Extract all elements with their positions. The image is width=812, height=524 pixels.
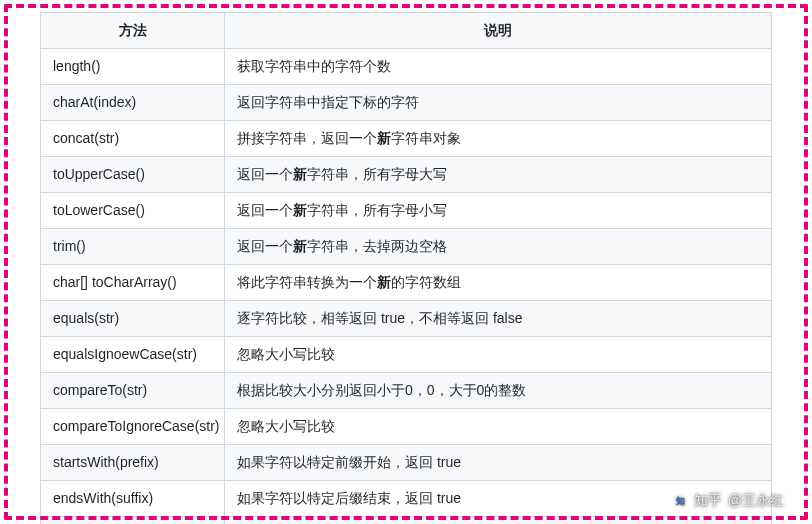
cell-desc: 返回一个新字符串，所有字母大写	[225, 157, 772, 193]
desc-bold: 新	[293, 202, 307, 218]
cell-desc: 返回字符串中指定下标的字符	[225, 85, 772, 121]
table-row: startsWith(prefix)如果字符以特定前缀开始，返回 true	[41, 445, 772, 481]
table-row: charAt(index)返回字符串中指定下标的字符	[41, 85, 772, 121]
header-method: 方法	[41, 13, 225, 49]
table-header-row: 方法 说明	[41, 13, 772, 49]
table-container: 方法 说明 length()获取字符串中的字符个数charAt(index)返回…	[40, 12, 772, 524]
cell-desc: 如果字符以特定前缀开始，返回 true	[225, 445, 772, 481]
cell-method: contains(str)	[41, 517, 225, 525]
table-row: equalsIgnoewCase(str)忽略大小写比较	[41, 337, 772, 373]
cell-desc: 将此字符串转换为一个新的字符数组	[225, 265, 772, 301]
cell-method: toLowerCase()	[41, 193, 225, 229]
desc-bold: 新	[377, 130, 391, 146]
cell-desc: 逐字符比较，相等返回 true，不相等返回 false	[225, 301, 772, 337]
desc-bold: 新	[293, 238, 307, 254]
watermark-author: @王永红	[728, 492, 784, 510]
desc-pre: 将此字符串转换为一个	[237, 274, 377, 290]
desc-bold: 新	[293, 166, 307, 182]
watermark-brand: 知乎	[694, 492, 722, 510]
table-row: compareToIgnoreCase(str)忽略大小写比较	[41, 409, 772, 445]
desc-pre: 返回一个	[237, 202, 293, 218]
desc-pre: 拼接字符串，返回一个	[237, 130, 377, 146]
table-row: char[] toCharArray()将此字符串转换为一个新的字符数组	[41, 265, 772, 301]
cell-desc: 忽略大小写比较	[225, 337, 772, 373]
desc-pre: 返回一个	[237, 238, 293, 254]
table-row: compareTo(str)根据比较大小分别返回小于0，0，大于0的整数	[41, 373, 772, 409]
cell-method: equalsIgnoewCase(str)	[41, 337, 225, 373]
table-row: concat(str)拼接字符串，返回一个新字符串对象	[41, 121, 772, 157]
cell-method: char[] toCharArray()	[41, 265, 225, 301]
cell-method: endsWith(suffix)	[41, 481, 225, 517]
desc-pre: 返回一个	[237, 166, 293, 182]
cell-desc: 返回一个新字符串，去掉两边空格	[225, 229, 772, 265]
string-methods-table: 方法 说明 length()获取字符串中的字符个数charAt(index)返回…	[40, 12, 772, 524]
table-row: toLowerCase()返回一个新字符串，所有字母小写	[41, 193, 772, 229]
cell-method: charAt(index)	[41, 85, 225, 121]
cell-desc: 如果 str 是字符串的子字符串，返回 true	[225, 517, 772, 525]
table-row: trim()返回一个新字符串，去掉两边空格	[41, 229, 772, 265]
cell-desc: 拼接字符串，返回一个新字符串对象	[225, 121, 772, 157]
cell-desc: 返回一个新字符串，所有字母小写	[225, 193, 772, 229]
table-row: length()获取字符串中的字符个数	[41, 49, 772, 85]
cell-desc: 获取字符串中的字符个数	[225, 49, 772, 85]
cell-method: trim()	[41, 229, 225, 265]
table-row: contains(str)如果 str 是字符串的子字符串，返回 true	[41, 517, 772, 525]
cell-method: equals(str)	[41, 301, 225, 337]
desc-post: 的字符数组	[391, 274, 461, 290]
desc-post: 字符串对象	[391, 130, 461, 146]
zhihu-icon: 知	[672, 493, 688, 509]
desc-post: 字符串，所有字母小写	[307, 202, 447, 218]
svg-text:知: 知	[674, 496, 684, 506]
cell-desc: 忽略大小写比较	[225, 409, 772, 445]
cell-method: compareToIgnoreCase(str)	[41, 409, 225, 445]
header-desc: 说明	[225, 13, 772, 49]
cell-method: toUpperCase()	[41, 157, 225, 193]
desc-post: 字符串，去掉两边空格	[307, 238, 447, 254]
cell-method: startsWith(prefix)	[41, 445, 225, 481]
table-row: endsWith(suffix)如果字符以特定后缀结束，返回 true	[41, 481, 772, 517]
cell-desc: 根据比较大小分别返回小于0，0，大于0的整数	[225, 373, 772, 409]
desc-post: 字符串，所有字母大写	[307, 166, 447, 182]
cell-method: concat(str)	[41, 121, 225, 157]
table-row: equals(str)逐字符比较，相等返回 true，不相等返回 false	[41, 301, 772, 337]
cell-method: compareTo(str)	[41, 373, 225, 409]
watermark: 知 知乎 @王永红	[672, 492, 784, 510]
desc-bold: 新	[377, 274, 391, 290]
cell-method: length()	[41, 49, 225, 85]
table-row: toUpperCase()返回一个新字符串，所有字母大写	[41, 157, 772, 193]
